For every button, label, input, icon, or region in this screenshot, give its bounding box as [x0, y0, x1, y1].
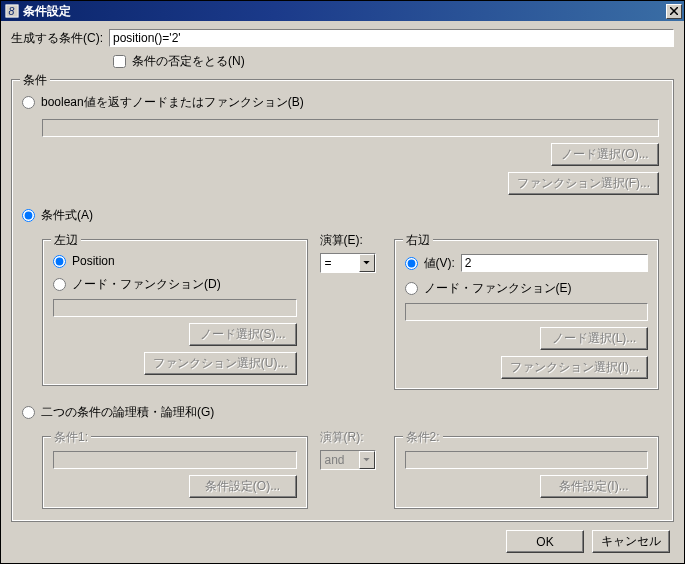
two-operator-area: 演算(R): and: [320, 427, 382, 470]
left-radio-nodefunc-label: ノード・ファンクション(D): [72, 276, 221, 293]
operator-value: =: [321, 254, 359, 272]
operator-label: 演算(E):: [320, 233, 363, 247]
operator-select[interactable]: =: [320, 253, 376, 273]
right-radio-nodefunc-label: ノード・ファンクション(E): [424, 280, 572, 297]
negate-row: 条件の否定をとる(N): [113, 53, 674, 70]
two-operator-label: 演算(R):: [320, 430, 364, 444]
boolean-node-button[interactable]: ノード選択(O)...: [551, 143, 659, 166]
right-radio-value[interactable]: 値(V):: [405, 255, 455, 272]
left-radio-position-label: Position: [72, 254, 115, 268]
chevron-down-icon: [359, 254, 375, 272]
radio-boolean[interactable]: boolean値を返すノードまたはファンクション(B): [22, 94, 663, 111]
right-side-group: 右辺 値(V): ノード・ファンクション(E) ノード選択: [394, 239, 660, 390]
boolean-area: ノード選択(O)... ファンクション選択(F)...: [42, 119, 659, 195]
left-nodefunc-field: [53, 299, 297, 317]
right-side-legend: 右辺: [403, 232, 433, 249]
negate-checkbox[interactable]: 条件の否定をとる(N): [113, 53, 245, 70]
radio-expression[interactable]: 条件式(A): [22, 207, 663, 224]
two-operator-select[interactable]: and: [320, 450, 376, 470]
right-radio-nodefunc[interactable]: ノード・ファンクション(E): [405, 280, 649, 297]
cond2-field: [405, 451, 649, 469]
left-side-legend: 左辺: [51, 232, 81, 249]
boolean-field: [42, 119, 659, 137]
right-node-button[interactable]: ノード選択(L)...: [540, 327, 648, 350]
cond1-group: 条件1: 条件設定(O)...: [42, 436, 308, 509]
client-area: 生成する条件(C): 条件の否定をとる(N) 条件 boolean値を返すノード…: [1, 21, 684, 563]
generated-condition-row: 生成する条件(C):: [11, 29, 674, 47]
dialog-window: 8 条件設定 生成する条件(C): 条件の否定をとる(N) 条件 boolea: [0, 0, 685, 564]
two-operator-value: and: [321, 451, 359, 469]
left-func-button[interactable]: ファンクション選択(U)...: [144, 352, 297, 375]
negate-checkbox-label: 条件の否定をとる(N): [132, 53, 245, 70]
radio-two-conditions-label: 二つの条件の論理積・論理和(G): [41, 404, 214, 421]
dialog-footer: OK キャンセル: [506, 530, 670, 553]
expression-area: 左辺 Position ノード・ファンクション(D) ノード選択(S)...: [42, 230, 659, 390]
left-radio-nodefunc[interactable]: ノード・ファンクション(D): [53, 276, 297, 293]
app-icon: 8: [5, 4, 19, 18]
chevron-down-icon: [359, 451, 375, 469]
right-value-input[interactable]: [461, 254, 648, 272]
left-node-button[interactable]: ノード選択(S)...: [189, 323, 297, 346]
right-nodefunc-field: [405, 303, 649, 321]
radio-boolean-label: boolean値を返すノードまたはファンクション(B): [41, 94, 304, 111]
left-side-group: 左辺 Position ノード・ファンクション(D) ノード選択(S)...: [42, 239, 308, 386]
boolean-func-button[interactable]: ファンクション選択(F)...: [508, 172, 659, 195]
cond1-settings-button[interactable]: 条件設定(O)...: [189, 475, 297, 498]
cond1-legend: 条件1:: [51, 429, 91, 446]
cond2-settings-button[interactable]: 条件設定(I)...: [540, 475, 648, 498]
generated-condition-label: 生成する条件(C):: [11, 30, 103, 47]
generated-condition-input[interactable]: [109, 29, 674, 47]
two-conditions-area: 条件1: 条件設定(O)... 演算(R): and: [42, 427, 659, 509]
cond2-legend: 条件2:: [403, 429, 443, 446]
window-title: 条件設定: [23, 3, 666, 20]
right-radio-value-label: 値(V):: [424, 255, 455, 272]
close-icon[interactable]: [666, 4, 682, 19]
left-radio-position[interactable]: Position: [53, 254, 297, 268]
cancel-button[interactable]: キャンセル: [592, 530, 670, 553]
radio-expression-label: 条件式(A): [41, 207, 93, 224]
cond1-field: [53, 451, 297, 469]
ok-button[interactable]: OK: [506, 530, 584, 553]
radio-two-conditions[interactable]: 二つの条件の論理積・論理和(G): [22, 404, 663, 421]
right-func-button[interactable]: ファンクション選択(I)...: [501, 356, 648, 379]
condition-group: 条件 boolean値を返すノードまたはファンクション(B) ノード選択(O).…: [11, 79, 674, 522]
svg-text:8: 8: [9, 5, 15, 17]
operator-area: 演算(E): =: [320, 230, 382, 273]
title-bar: 8 条件設定: [1, 1, 684, 21]
condition-group-legend: 条件: [20, 72, 50, 89]
cond2-group: 条件2: 条件設定(I)...: [394, 436, 660, 509]
